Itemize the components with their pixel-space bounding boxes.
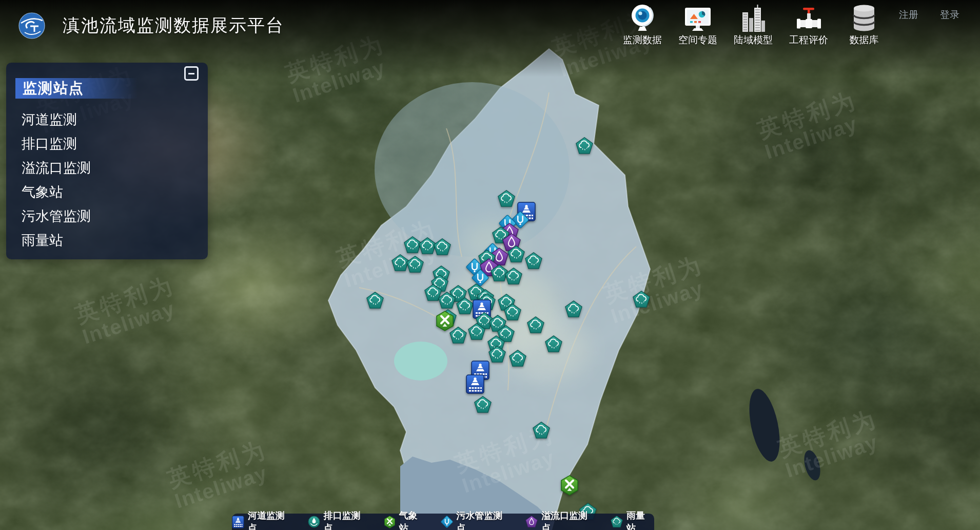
- legend-label: 河道监测点: [248, 509, 294, 530]
- monitoring-stations-panel: 监测站点 河道监测 排口监测 溢流口监测 气象站: [6, 63, 208, 259]
- sidebar-item[interactable]: 气象站: [6, 180, 208, 204]
- rain-marker[interactable]: [509, 350, 526, 367]
- sidebar-item[interactable]: 污水管监测: [6, 204, 208, 229]
- rain-marker[interactable]: [474, 396, 492, 413]
- weather-marker-icon: [384, 516, 396, 528]
- nav-item-database[interactable]: 数据库: [836, 3, 892, 47]
- rain-marker[interactable]: [406, 256, 424, 273]
- minus-icon: [188, 73, 194, 74]
- legend-label: 污水管监测点: [457, 509, 512, 530]
- rain-marker[interactable]: [488, 346, 506, 363]
- sidebar-item-label: 河道监测: [22, 112, 77, 127]
- sewage-marker-icon: [441, 516, 453, 528]
- page-title: 滇池流域监测数据展示平台: [63, 14, 284, 37]
- rain-marker[interactable]: [527, 316, 544, 334]
- rain-marker[interactable]: [525, 252, 542, 270]
- header: 滇池流域监测数据展示平台 监测数据: [0, 0, 980, 56]
- nav-label: 空间专题: [678, 33, 717, 47]
- rain-marker[interactable]: [504, 304, 521, 321]
- map-legend: 河道监测点 排口监测点 气象站 污水管监测点 溢流口监测点 雨量站: [232, 514, 654, 530]
- sidebar-item-label: 溢流口监测: [22, 160, 91, 176]
- rain-marker[interactable]: [456, 297, 474, 315]
- platform-logo-icon: [18, 12, 45, 39]
- login-link[interactable]: 登录: [940, 8, 959, 22]
- nav-item-project-evaluation[interactable]: 工程评价: [781, 3, 836, 47]
- sidebar-item-label: 污水管监测: [22, 209, 91, 224]
- nav-label: 工程评价: [789, 33, 828, 47]
- legend-item-river[interactable]: 河道监测点: [232, 509, 294, 530]
- nav-item-monitoring-data[interactable]: 监测数据: [615, 3, 670, 47]
- legend-label: 气象站: [399, 509, 427, 530]
- nav-label: 数据库: [850, 33, 879, 47]
- pipe-valve-icon: [795, 3, 822, 32]
- rain-marker[interactable]: [449, 327, 467, 344]
- collapse-panel-button[interactable]: [184, 66, 199, 81]
- app-window: 英特利为Inteliway 英特利为Inteliway 英特利为Inteliwa…: [0, 0, 980, 530]
- monitor-chart-icon: [684, 3, 711, 32]
- brand: 滇池流域监测数据展示平台: [18, 12, 284, 39]
- auth-links: 注册 登录: [899, 8, 959, 22]
- webcam-icon: [630, 3, 655, 32]
- overflow-marker-icon: [525, 516, 538, 528]
- rain-marker[interactable]: [576, 137, 593, 155]
- legend-item-overflow[interactable]: 溢流口监测点: [525, 509, 597, 530]
- nav-item-land-model[interactable]: 陆域模型: [726, 3, 781, 47]
- rain-marker[interactable]: [507, 245, 525, 263]
- city-buildings-icon: [741, 3, 766, 32]
- top-nav: 监测数据 空间专: [615, 3, 892, 47]
- rain-marker[interactable]: [505, 268, 522, 285]
- sidebar-item[interactable]: 雨量站: [6, 229, 208, 253]
- rain-marker[interactable]: [498, 190, 515, 207]
- rain-marker[interactable]: [533, 422, 550, 439]
- nav-label: 监测数据: [623, 33, 662, 47]
- sidebar-item[interactable]: 排口监测: [6, 132, 208, 156]
- weather-marker[interactable]: [560, 475, 579, 496]
- sidebar-item-label: 气象站: [22, 184, 63, 200]
- nav-label: 陆域模型: [734, 33, 773, 47]
- legend-item-sewage[interactable]: 污水管监测点: [441, 509, 512, 530]
- river-marker-icon: [232, 516, 244, 528]
- river-marker[interactable]: [466, 374, 484, 394]
- rain-marker[interactable]: [565, 300, 582, 318]
- rain-marker[interactable]: [434, 238, 451, 256]
- legend-item-outlet[interactable]: 排口监测点: [308, 509, 370, 530]
- rain-marker[interactable]: [468, 323, 485, 340]
- sidebar-item-label: 雨量站: [22, 233, 63, 248]
- station-menu: 河道监测 排口监测 溢流口监测 气象站 污水管监测: [6, 108, 208, 253]
- nav-item-spatial-topics[interactable]: 空间专题: [670, 3, 726, 47]
- legend-label: 雨量站: [626, 509, 654, 530]
- legend-label: 排口监测点: [324, 509, 370, 530]
- rain-marker[interactable]: [438, 292, 456, 309]
- database-icon: [852, 3, 876, 32]
- legend-item-weather[interactable]: 气象站: [384, 509, 427, 530]
- register-link[interactable]: 注册: [899, 8, 918, 22]
- outlet-marker-icon: [308, 516, 320, 528]
- rain-marker[interactable]: [545, 335, 562, 353]
- rain-marker-icon: [611, 516, 623, 528]
- panel-title[interactable]: 监测站点: [15, 78, 138, 99]
- sidebar-item[interactable]: 溢流口监测: [6, 156, 208, 180]
- rain-marker[interactable]: [633, 291, 650, 308]
- legend-item-rain[interactable]: 雨量站: [611, 509, 654, 530]
- rain-marker[interactable]: [366, 292, 384, 309]
- legend-label: 溢流口监测点: [541, 509, 597, 530]
- sidebar-item[interactable]: 河道监测: [6, 108, 208, 132]
- sidebar-item-label: 排口监测: [22, 136, 77, 152]
